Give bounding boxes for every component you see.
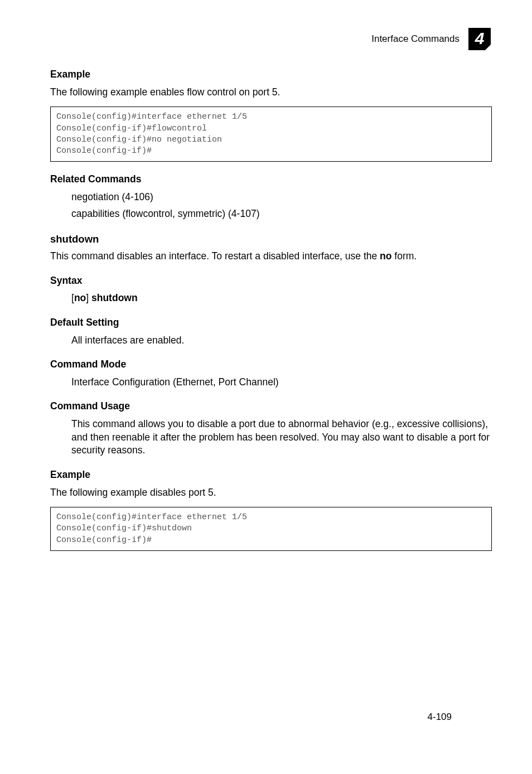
related-line-2: capabilities (flowcontrol, symmetric) (4… xyxy=(71,207,492,221)
chapter-number-icon: 4 xyxy=(467,27,492,51)
command-usage-heading: Command Usage xyxy=(50,400,492,413)
command-usage-body: This command allows you to disable a por… xyxy=(71,418,492,457)
shutdown-heading: shutdown xyxy=(50,233,492,246)
syntax-cmd: shutdown xyxy=(91,292,138,303)
syntax-bracket-close: ] xyxy=(86,292,91,303)
page-number: 4-109 xyxy=(428,711,452,724)
syntax-no: no xyxy=(74,292,86,303)
default-setting-body: All interfaces are enabled. xyxy=(71,334,492,347)
example2-intro: The following example disables port 5. xyxy=(50,486,492,500)
syntax-heading: Syntax xyxy=(50,274,492,288)
related-commands-heading: Related Commands xyxy=(50,173,492,186)
related-line-1: negotiation (4-106) xyxy=(71,191,492,204)
command-mode-heading: Command Mode xyxy=(50,358,492,371)
header-section-title: Interface Commands xyxy=(371,33,460,46)
chapter-number-text: 4 xyxy=(475,29,485,47)
default-setting-heading: Default Setting xyxy=(50,316,492,330)
example1-intro: The following example enables flow contr… xyxy=(50,86,492,99)
shutdown-description: This command disables an interface. To r… xyxy=(50,250,492,263)
page-header: Interface Commands 4 xyxy=(50,27,492,51)
command-mode-body: Interface Configuration (Ethernet, Port … xyxy=(71,376,492,389)
example2-heading: Example xyxy=(50,468,492,482)
shutdown-desc-bold: no xyxy=(380,250,391,262)
shutdown-desc-prefix: This command disables an interface. To r… xyxy=(50,250,380,262)
shutdown-desc-suffix: form. xyxy=(392,250,417,262)
example1-heading: Example xyxy=(50,68,492,81)
example2-code: Console(config)#interface ethernet 1/5 C… xyxy=(50,507,492,551)
example1-code: Console(config)#interface ethernet 1/5 C… xyxy=(50,107,492,162)
syntax-body: [no] shutdown xyxy=(71,292,492,305)
